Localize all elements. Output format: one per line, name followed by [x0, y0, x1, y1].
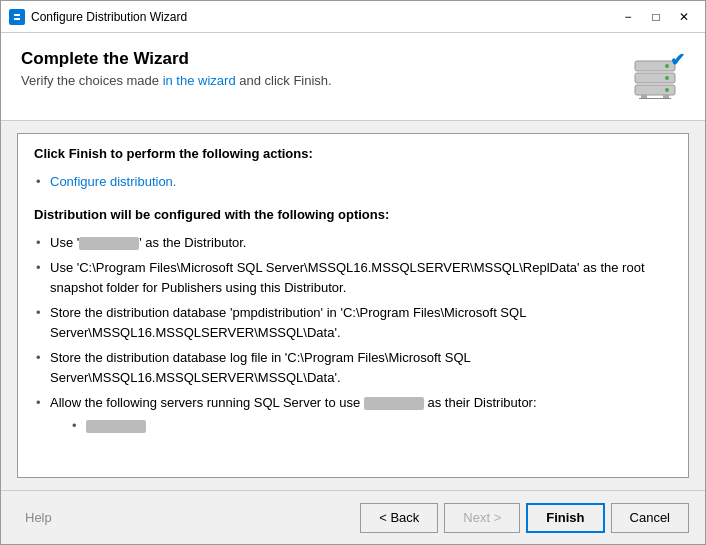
- redacted-server-name-2: [364, 397, 424, 410]
- window-title: Configure Distribution Wizard: [31, 10, 615, 24]
- wizard-window: Configure Distribution Wizard − □ ✕ Comp…: [0, 0, 706, 545]
- sub-servers-list: [70, 413, 672, 439]
- list-item-db-store: Store the distribution database 'pmpdist…: [34, 300, 672, 345]
- header-icon-area: ✔: [625, 49, 685, 104]
- svg-rect-0: [12, 12, 22, 22]
- minimize-button[interactable]: −: [615, 7, 641, 27]
- wizard-footer: Help < Back Next > Finish Cancel: [1, 490, 705, 544]
- list-item-distributor: Use ' ' as the Distributor.: [34, 230, 672, 256]
- page-subtitle: Verify the choices made in the wizard an…: [21, 73, 332, 88]
- list-item-snapshot: Use 'C:\Program Files\Microsoft SQL Serv…: [34, 255, 672, 300]
- svg-rect-10: [663, 95, 669, 98]
- footer-buttons: < Back Next > Finish Cancel: [360, 503, 689, 533]
- help-button[interactable]: Help: [17, 505, 60, 530]
- window-controls: − □ ✕: [615, 7, 697, 27]
- info-box: Click Finish to perform the following ac…: [17, 133, 689, 478]
- footer-help-area: Help: [17, 505, 360, 530]
- page-title: Complete the Wizard: [21, 49, 332, 69]
- section2-title: Distribution will be configured with the…: [34, 207, 672, 222]
- svg-rect-9: [641, 95, 647, 98]
- redacted-server-name: [79, 237, 139, 250]
- svg-rect-1: [14, 14, 20, 16]
- finish-button[interactable]: Finish: [526, 503, 604, 533]
- list-item-sub-server: [70, 413, 672, 439]
- header-text-block: Complete the Wizard Verify the choices m…: [21, 49, 332, 88]
- next-button[interactable]: Next >: [444, 503, 520, 533]
- back-button[interactable]: < Back: [360, 503, 438, 533]
- section1-list: Configure distribution.: [34, 169, 672, 195]
- section2-list: Use ' ' as the Distributor. Use 'C:\Prog…: [34, 230, 672, 442]
- svg-rect-2: [14, 18, 20, 20]
- close-button[interactable]: ✕: [671, 7, 697, 27]
- list-item: Configure distribution.: [34, 169, 672, 195]
- configure-distribution-link: Configure distribution.: [50, 174, 176, 189]
- title-bar: Configure Distribution Wizard − □ ✕: [1, 1, 705, 33]
- cancel-button[interactable]: Cancel: [611, 503, 689, 533]
- check-icon: ✔: [670, 49, 685, 71]
- redacted-server-name-3: [86, 420, 146, 433]
- svg-point-8: [665, 88, 669, 92]
- svg-point-6: [665, 64, 669, 68]
- maximize-button[interactable]: □: [643, 7, 669, 27]
- list-item-log-store: Store the distribution database log file…: [34, 345, 672, 390]
- content-area: Click Finish to perform the following ac…: [1, 121, 705, 490]
- app-icon: [9, 9, 25, 25]
- svg-rect-11: [639, 98, 671, 99]
- svg-point-7: [665, 76, 669, 80]
- section2: Distribution will be configured with the…: [34, 207, 672, 442]
- list-item-allow-servers: Allow the following servers running SQL …: [34, 390, 672, 441]
- section1-title: Click Finish to perform the following ac…: [34, 146, 672, 161]
- wizard-header: Complete the Wizard Verify the choices m…: [1, 33, 705, 121]
